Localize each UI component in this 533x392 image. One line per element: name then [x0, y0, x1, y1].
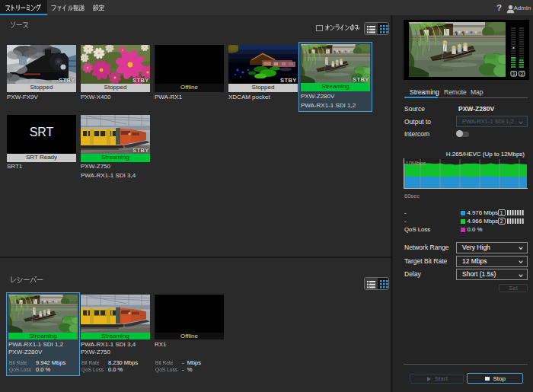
svg-text:10Mbps: 10Mbps [406, 160, 426, 167]
